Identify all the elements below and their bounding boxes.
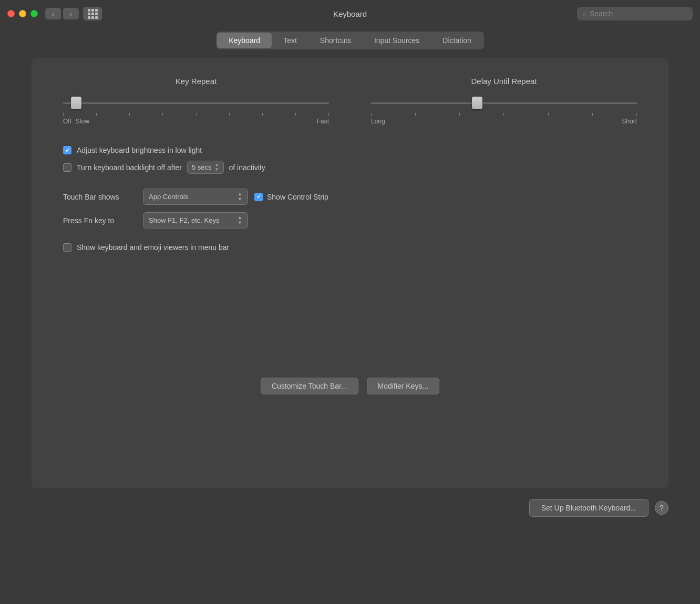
delay-repeat-labels: Long Short [371,118,637,125]
emoji-viewer-label: Show keyboard and emoji viewers in menu … [77,243,229,252]
footer: Set Up Bluetooth Keyboard... ? [0,488,700,527]
maximize-button[interactable] [30,10,38,17]
nav-buttons: ‹ › [45,8,79,19]
search-input[interactable] [590,9,687,18]
backlight-duration-dropdown[interactable]: 5 secs ▲▼ [187,161,224,174]
key-repeat-off-label: Off [63,118,71,125]
key-repeat-thumb[interactable] [71,97,81,109]
minimize-button[interactable] [19,10,26,17]
touchbar-shows-row: Touch Bar shows App Controls ▲▼ Show Con… [63,189,637,205]
emoji-viewer-checkbox[interactable] [63,243,71,252]
modifier-keys-button[interactable]: Modifier Keys... [367,378,439,394]
delay-repeat-thumb[interactable] [472,97,482,109]
emoji-viewer-row: Show keyboard and emoji viewers in menu … [63,243,637,252]
control-strip-checkbox[interactable] [254,193,263,201]
grid-icon [88,9,98,19]
forward-button[interactable]: › [63,8,79,19]
brightness-checkbox[interactable] [63,146,71,154]
fn-key-dropdown[interactable]: Show F1, F2, etc. Keys ▲▼ [143,212,248,228]
fn-key-label: Press Fn key to [63,216,137,225]
tab-text[interactable]: Text [272,33,308,48]
customize-touch-bar-button[interactable]: Customize Touch Bar... [261,378,358,394]
key-repeat-min-labels: Off Slow [63,118,89,125]
bottom-buttons: Customize Touch Bar... Modifier Keys... [63,378,637,394]
backlight-dropdown-arrows: ▲▼ [215,163,219,172]
key-repeat-slow-label: Slow [76,118,89,125]
tabs: Keyboard Text Shortcuts Input Sources Di… [32,32,668,49]
key-repeat-ticks [63,113,329,116]
backlight-duration-value: 5 secs [192,163,212,171]
delay-repeat-min-label: Long [371,118,385,125]
key-repeat-slider[interactable] [63,95,329,111]
tab-input-sources[interactable]: Input Sources [363,33,431,48]
tab-bar: Keyboard Text Shortcuts Input Sources Di… [216,32,484,49]
sliders-row: Key Repeat Off Slow Fast [63,77,637,125]
fn-key-arrows: ▲▼ [238,215,242,225]
close-button[interactable] [7,10,15,17]
search-icon: ⌕ [582,9,586,18]
key-repeat-label: Key Repeat [176,77,217,86]
fn-key-value: Show F1, F2, etc. Keys [149,216,219,224]
delay-repeat-label: Delay Until Repeat [471,77,537,86]
back-button[interactable]: ‹ [45,8,61,19]
keyboard-panel: Key Repeat Off Slow Fast [32,58,668,488]
delay-repeat-track [371,102,637,104]
tab-dictation[interactable]: Dictation [431,33,482,48]
delay-repeat-group: Delay Until Repeat Long Short [371,77,637,125]
search-bar[interactable]: ⌕ [577,7,693,20]
key-repeat-group: Key Repeat Off Slow Fast [63,77,329,125]
grid-button[interactable] [83,7,102,20]
main-container: Keyboard Text Shortcuts Input Sources Di… [0,27,700,488]
backlight-suffix: of inactivity [229,163,265,172]
delay-repeat-slider[interactable] [371,95,637,111]
help-button[interactable]: ? [655,501,668,515]
key-repeat-track [63,102,329,104]
key-repeat-labels: Off Slow Fast [63,118,329,125]
brightness-label: Adjust keyboard brightness in low light [77,146,202,154]
touchbar-shows-dropdown[interactable]: App Controls ▲▼ [143,189,248,205]
settings-group: Adjust keyboard brightness in low light … [63,146,637,174]
delay-repeat-ticks [371,113,637,116]
fn-key-row: Press Fn key to Show F1, F2, etc. Keys ▲… [63,212,637,228]
show-control-strip-group: Show Control Strip [254,193,328,201]
brightness-row: Adjust keyboard brightness in low light [63,146,637,154]
tab-keyboard[interactable]: Keyboard [217,33,272,48]
key-repeat-max-label: Fast [317,118,329,125]
backlight-row: Turn keyboard backlight off after 5 secs… [63,161,637,174]
touchbar-section: Touch Bar shows App Controls ▲▼ Show Con… [63,189,637,228]
touchbar-shows-arrows: ▲▼ [238,192,242,202]
traffic-lights [7,10,38,17]
touchbar-shows-value: App Controls [149,193,188,201]
titlebar: ‹ › Keyboard ⌕ [0,0,700,27]
tab-shortcuts[interactable]: Shortcuts [308,33,363,48]
touchbar-shows-label: Touch Bar shows [63,193,137,201]
delay-repeat-max-label: Short [622,118,637,125]
backlight-checkbox[interactable] [63,163,71,172]
window-title: Keyboard [333,9,367,18]
control-strip-label: Show Control Strip [267,193,328,201]
backlight-label: Turn keyboard backlight off after [77,163,182,172]
bluetooth-keyboard-button[interactable]: Set Up Bluetooth Keyboard... [529,499,648,517]
